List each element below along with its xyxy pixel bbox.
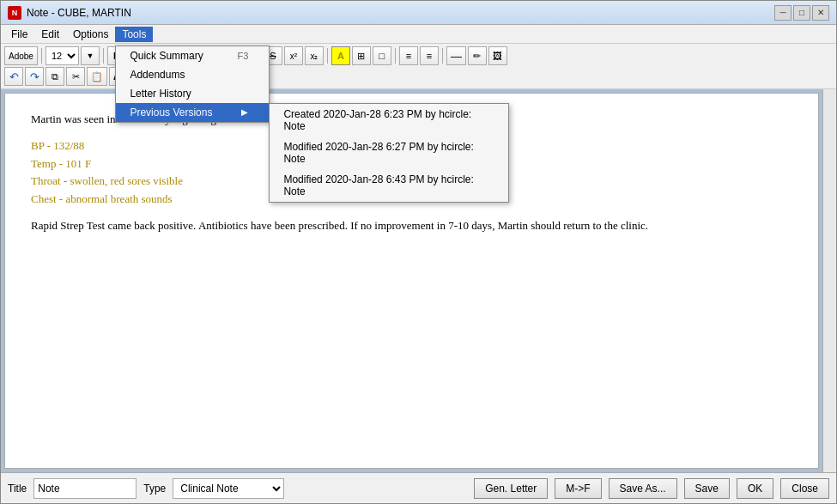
unordered-list-button[interactable]: ≡ xyxy=(399,46,418,65)
gen-letter-button[interactable]: Gen. Letter xyxy=(474,478,548,499)
minimize-button[interactable]: ─ xyxy=(774,5,792,21)
main-window: N Note - CUBE, MARTIN ─ □ ✕ File Edit Op… xyxy=(0,0,837,504)
m-to-f-button[interactable]: M->F xyxy=(555,478,601,499)
subscript-button[interactable]: x₂ xyxy=(305,46,324,65)
pencil-button[interactable]: ✏ xyxy=(468,46,487,65)
menu-addendums[interactable]: Addendums xyxy=(116,65,269,84)
menu-tools[interactable]: Tools xyxy=(115,27,153,42)
redo-button[interactable]: ↷ xyxy=(25,67,44,86)
undo-button[interactable]: ↶ xyxy=(4,67,23,86)
table-button[interactable]: ⊞ xyxy=(352,46,371,65)
menu-bar: File Edit Options Tools Quick Summary F3… xyxy=(1,25,836,44)
vertical-scrollbar[interactable] xyxy=(822,89,836,472)
vital-throat: Throat - swollen, red sores visible xyxy=(31,174,183,187)
cut-button[interactable]: ✂ xyxy=(66,67,85,86)
menu-edit[interactable]: Edit xyxy=(34,27,66,42)
window-title: Note - CUBE, MARTIN xyxy=(27,7,774,19)
status-bar: Title Type Clinical Note Progress Note R… xyxy=(1,472,836,503)
font-size-dropdown-arrow[interactable]: ▼ xyxy=(81,46,100,65)
vital-temp: Temp - 101 F xyxy=(31,157,91,170)
window-controls: ─ □ ✕ xyxy=(774,5,829,21)
menu-quick-summary[interactable]: Quick Summary F3 xyxy=(116,46,269,65)
font-size-select[interactable]: 12 891011 14161824 xyxy=(45,46,79,65)
border-button[interactable]: □ xyxy=(373,46,391,65)
menu-options[interactable]: Options xyxy=(66,27,115,42)
menu-previous-versions-wrapper: Previous Versions ▶ Created 2020-Jan-28 … xyxy=(116,103,269,122)
title-bar: N Note - CUBE, MARTIN ─ □ ✕ xyxy=(1,1,836,25)
toolbar-separator-2 xyxy=(103,48,104,64)
title-label: Title xyxy=(8,483,27,495)
image-insert-button[interactable]: 🖼 xyxy=(488,46,507,65)
title-input[interactable] xyxy=(33,478,136,499)
horizontal-rule-button[interactable]: — xyxy=(446,46,466,65)
type-label: Type xyxy=(143,483,166,495)
toolbar-separator-1 xyxy=(41,48,42,64)
menu-file[interactable]: File xyxy=(4,27,34,42)
adobe-button[interactable]: Adobe xyxy=(4,46,38,65)
save-button[interactable]: Save xyxy=(684,478,730,499)
ok-button[interactable]: OK xyxy=(737,478,773,499)
version-1[interactable]: Created 2020-Jan-28 6:23 PM by hcircle: … xyxy=(270,104,508,137)
vital-bp: BP - 132/88 xyxy=(31,139,84,152)
highlight-button[interactable]: A xyxy=(331,46,350,65)
toolbar-separator-6 xyxy=(395,48,396,64)
close-button[interactable]: ✕ xyxy=(812,5,829,21)
version-2[interactable]: Modified 2020-Jan-28 6:27 PM by hcircle:… xyxy=(270,137,508,169)
vital-chest: Chest - abnormal breath sounds xyxy=(31,192,173,205)
type-select[interactable]: Clinical Note Progress Note Referral Dis… xyxy=(173,478,284,499)
menu-letter-history[interactable]: Letter History xyxy=(116,84,269,103)
toolbar-separator-7 xyxy=(442,48,443,64)
copy-button[interactable]: ⧉ xyxy=(45,67,64,86)
version-3[interactable]: Modified 2020-Jan-28 6:43 PM by hcircle:… xyxy=(270,169,508,202)
menu-previous-versions[interactable]: Previous Versions ▶ xyxy=(116,103,269,122)
superscript-button[interactable]: x² xyxy=(284,46,303,65)
menu-tools-wrapper: Tools Quick Summary F3 Addendums Letter … xyxy=(115,27,153,42)
previous-versions-submenu: Created 2020-Jan-28 6:23 PM by hcircle: … xyxy=(269,103,509,203)
toolbar-separator-5 xyxy=(327,48,328,64)
paste-button[interactable]: 📋 xyxy=(87,67,107,86)
close-button[interactable]: Close xyxy=(780,478,829,499)
maximize-button[interactable]: □ xyxy=(793,5,810,21)
save-as-button[interactable]: Save As... xyxy=(609,478,677,499)
paragraph-2: Rapid Strep Test came back positive. Ant… xyxy=(31,217,792,235)
tools-dropdown: Quick Summary F3 Addendums Letter Histor… xyxy=(115,46,270,123)
ordered-list-button[interactable]: ≡ xyxy=(420,46,439,65)
app-icon: N xyxy=(8,6,21,20)
